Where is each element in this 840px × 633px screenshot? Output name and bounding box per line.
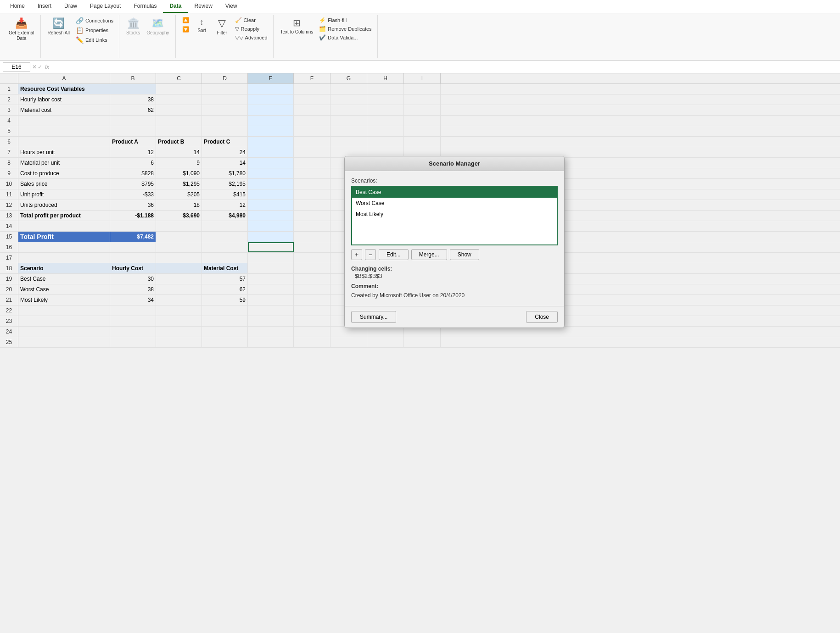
cell-i2[interactable] (404, 94, 441, 105)
cell-e11[interactable] (248, 189, 294, 200)
edit-button[interactable]: Edit... (379, 249, 409, 260)
cell-e3[interactable] (248, 105, 294, 115)
remove-scenario-button[interactable]: − (365, 249, 376, 260)
advanced-button[interactable]: ▽▽ Advanced (233, 33, 269, 42)
row-header-16[interactable]: 16 (0, 242, 18, 252)
col-header-f[interactable]: F (294, 73, 330, 83)
row-header-21[interactable]: 21 (0, 295, 18, 305)
cell-a14[interactable] (18, 221, 110, 231)
tab-formulas[interactable]: Formulas (127, 0, 163, 13)
cell-c7[interactable]: 14 (156, 147, 202, 157)
cell-c19[interactable] (156, 274, 202, 284)
cell-f4[interactable] (294, 116, 330, 126)
cell-c5[interactable] (156, 126, 202, 136)
cell-f9[interactable] (294, 168, 330, 178)
cell-e19[interactable] (248, 274, 294, 284)
cell-f23[interactable] (294, 316, 330, 326)
cell-f5[interactable] (294, 126, 330, 136)
row-header-1[interactable]: 1 (0, 84, 18, 94)
row-header-19[interactable]: 19 (0, 274, 18, 284)
cell-d14[interactable] (202, 221, 248, 231)
cell-d15[interactable] (202, 232, 248, 242)
cell-a7[interactable]: Hours per unit (18, 147, 110, 157)
formula-input[interactable] (51, 63, 837, 71)
cell-f19[interactable] (294, 274, 330, 284)
cell-d2[interactable] (202, 94, 248, 105)
cell-i25[interactable] (404, 337, 441, 347)
geography-button[interactable]: 🗺️ Geography (144, 16, 171, 37)
cell-b23[interactable] (110, 316, 156, 326)
row-header-9[interactable]: 9 (0, 168, 18, 178)
tab-draw[interactable]: Draw (58, 0, 84, 13)
cell-d7[interactable]: 24 (202, 147, 248, 157)
cell-g25[interactable] (330, 337, 367, 347)
cell-h1[interactable] (367, 84, 404, 94)
cell-e16[interactable] (248, 242, 294, 252)
cell-b5[interactable] (110, 126, 156, 136)
cell-f10[interactable] (294, 179, 330, 189)
cell-b19[interactable]: 30 (110, 274, 156, 284)
cell-c20[interactable] (156, 284, 202, 294)
cell-c25[interactable] (156, 337, 202, 347)
cell-h2[interactable] (367, 94, 404, 105)
cell-i5[interactable] (404, 126, 441, 136)
get-external-data-button[interactable]: 📥 Get ExternalData (6, 16, 37, 43)
tab-page-layout[interactable]: Page Layout (84, 0, 127, 13)
cell-f24[interactable] (294, 327, 330, 337)
cell-c12[interactable]: 18 (156, 200, 202, 210)
cell-c2[interactable] (156, 94, 202, 105)
cell-c1[interactable] (156, 84, 202, 94)
row-header-8[interactable]: 8 (0, 158, 18, 168)
cell-e1[interactable] (248, 84, 294, 94)
cell-e2[interactable] (248, 94, 294, 105)
cell-a24[interactable] (18, 327, 110, 337)
row-header-11[interactable]: 11 (0, 189, 18, 200)
cell-i4[interactable] (404, 116, 441, 126)
cell-d5[interactable] (202, 126, 248, 136)
cell-b17[interactable] (110, 253, 156, 263)
cell-f20[interactable] (294, 284, 330, 294)
connections-button[interactable]: 🔗 Connections (74, 16, 115, 25)
col-header-i[interactable]: I (404, 73, 441, 83)
cell-c6[interactable]: Product B (156, 137, 202, 147)
cell-d4[interactable] (202, 116, 248, 126)
text-to-columns-button[interactable]: ⊞ Text to Columns (278, 16, 316, 36)
cell-c23[interactable] (156, 316, 202, 326)
cell-b21[interactable]: 34 (110, 295, 156, 305)
cell-e5[interactable] (248, 126, 294, 136)
cell-e15[interactable] (248, 232, 294, 242)
cell-a17[interactable] (18, 253, 110, 263)
cell-e24[interactable] (248, 327, 294, 337)
tab-home[interactable]: Home (4, 0, 31, 13)
cell-c8[interactable]: 9 (156, 158, 202, 168)
cell-f18[interactable] (294, 263, 330, 273)
cell-c17[interactable] (156, 253, 202, 263)
data-validation-button[interactable]: ✔️ Data Valida... (317, 33, 373, 42)
cell-e8[interactable] (248, 158, 294, 168)
reapply-button[interactable]: ▽ Reapply (233, 25, 269, 33)
cell-i3[interactable] (404, 105, 441, 115)
cell-f13[interactable] (294, 211, 330, 221)
row-header-4[interactable]: 4 (0, 116, 18, 126)
cell-d3[interactable] (202, 105, 248, 115)
flash-fill-button[interactable]: ⚡ Flash-fill (317, 16, 373, 24)
cell-b3[interactable]: 62 (110, 105, 156, 115)
cell-c3[interactable] (156, 105, 202, 115)
show-button[interactable]: Show (450, 249, 479, 260)
cell-e9[interactable] (248, 168, 294, 178)
cell-c4[interactable] (156, 116, 202, 126)
scenario-item-most-likely[interactable]: Most Likely (352, 209, 557, 220)
cell-i6[interactable] (404, 137, 441, 147)
cell-e6[interactable] (248, 137, 294, 147)
add-scenario-button[interactable]: + (351, 249, 362, 260)
col-header-a[interactable]: A (18, 73, 110, 83)
row-header-25[interactable]: 25 (0, 337, 18, 347)
cell-a16[interactable] (18, 242, 110, 252)
row-header-13[interactable]: 13 (0, 211, 18, 221)
cell-e14[interactable] (248, 221, 294, 231)
scenario-list[interactable]: Best Case Worst Case Most Likely (351, 186, 558, 245)
cell-b22[interactable] (110, 305, 156, 316)
cell-d19[interactable]: 57 (202, 274, 248, 284)
cell-e13[interactable] (248, 211, 294, 221)
row-header-10[interactable]: 10 (0, 179, 18, 189)
